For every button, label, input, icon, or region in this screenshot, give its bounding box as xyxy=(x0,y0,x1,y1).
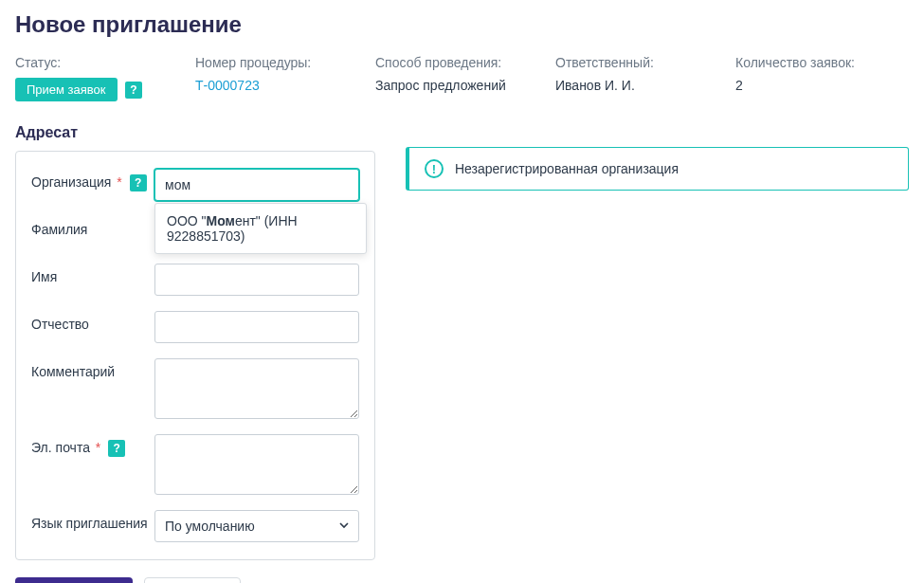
responsible-label: Ответственный: xyxy=(555,55,688,70)
help-icon[interactable]: ? xyxy=(130,174,147,191)
number-label: Номер процедуры: xyxy=(195,55,328,70)
email-label: Эл. почта * ? xyxy=(31,434,154,457)
alert-text: Незарегистрированная организация xyxy=(455,161,679,176)
middlename-input[interactable] xyxy=(154,311,359,343)
status-label: Статус: xyxy=(15,55,148,70)
comment-label: Комментарий xyxy=(31,358,154,379)
button-row: Сохранить Отменить xyxy=(15,577,375,583)
lang-select[interactable]: По умолчанию xyxy=(154,510,359,542)
responsible-value: Иванов И. И. xyxy=(555,78,688,93)
section-title: Адресат xyxy=(15,124,375,141)
help-icon[interactable]: ? xyxy=(108,440,125,457)
count-value: 2 xyxy=(735,78,868,93)
alert-unregistered: ! Незарегистрированная организация xyxy=(406,147,909,191)
form-box: Организация * ? ООО "Момент" (ИНН 922885… xyxy=(15,151,375,560)
page-title: Новое приглашение xyxy=(15,11,909,38)
autocomplete-item[interactable]: ООО "Момент" (ИНН 9228851703) xyxy=(155,204,366,253)
lang-label: Язык приглашения xyxy=(31,510,154,531)
status-badge: Прием заявок xyxy=(15,78,118,101)
required-marker: * xyxy=(96,440,100,455)
info-row: Статус: Прием заявок ? Номер процедуры: … xyxy=(15,55,909,101)
middlename-label: Отчество xyxy=(31,311,154,332)
org-input[interactable] xyxy=(154,169,359,201)
comment-textarea[interactable] xyxy=(154,358,359,419)
cancel-button[interactable]: Отменить xyxy=(144,577,241,583)
autocomplete-dropdown: ООО "Момент" (ИНН 9228851703) xyxy=(154,203,367,254)
email-textarea[interactable] xyxy=(154,434,359,495)
lastname-label: Фамилия xyxy=(31,216,154,237)
firstname-label: Имя xyxy=(31,264,154,284)
firstname-input[interactable] xyxy=(154,264,359,296)
info-icon: ! xyxy=(425,159,444,178)
count-label: Количество заявок: xyxy=(735,55,868,70)
method-label: Способ проведения: xyxy=(375,55,508,70)
procedure-number-link[interactable]: Т-0000723 xyxy=(195,78,328,93)
save-button[interactable]: Сохранить xyxy=(15,577,133,583)
help-icon[interactable]: ? xyxy=(125,82,142,99)
required-marker: * xyxy=(117,174,121,190)
org-label: Организация * ? xyxy=(31,169,154,191)
method-value: Запрос предложений xyxy=(375,78,508,93)
